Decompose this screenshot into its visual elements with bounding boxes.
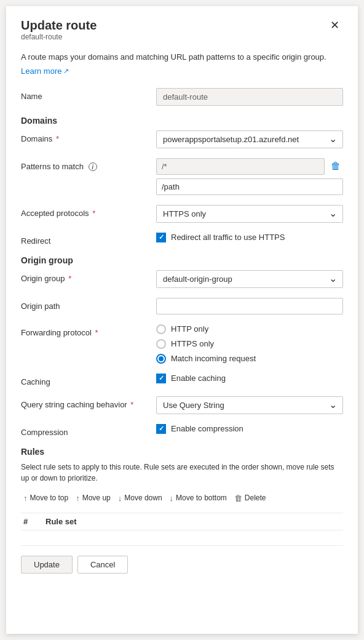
name-label: Name <box>21 88 156 101</box>
name-row: Name <box>21 88 343 106</box>
learn-more-link[interactable]: Learn more ↗ <box>21 66 69 76</box>
panel-header: Update route default-route ✕ <box>21 18 343 49</box>
forwarding-http-row: HTTP only <box>156 324 343 334</box>
rules-table: # Rule set <box>21 513 343 530</box>
origin-section-header: Origin group <box>21 255 343 265</box>
redirect-checkbox-label: Redirect all traffic to use HTTPS <box>171 233 285 242</box>
redirect-checkbox-row: ✓ Redirect all traffic to use HTTPS <box>156 233 343 242</box>
move-up-button[interactable]: ↑ Move up <box>73 491 113 505</box>
description-text: A route maps your domains and matching U… <box>21 51 343 63</box>
query-string-area: Use Query StringIgnore Query StringIgnor… <box>156 396 343 414</box>
protocols-row: Accepted protocols * HTTP onlyHTTPS only… <box>21 205 343 223</box>
query-string-row: Query string caching behavior * Use Quer… <box>21 396 343 414</box>
panel-subtitle: default-route <box>21 33 97 41</box>
origin-path-area <box>156 298 343 314</box>
caching-row: Caching ✓ Enable caching <box>21 374 343 386</box>
forwarding-match-label: Match incoming request <box>171 354 256 363</box>
pattern-container: 🗑 <box>156 158 343 195</box>
update-button[interactable]: Update <box>21 556 73 574</box>
compression-row: Compression ✓ Enable compression <box>21 424 343 437</box>
patterns-info-icon[interactable]: i <box>89 162 97 171</box>
domains-required: * <box>56 134 59 143</box>
forwarding-https-radio[interactable] <box>156 339 166 349</box>
origin-group-select[interactable]: default-origin-group <box>156 270 343 288</box>
delete-rule-button[interactable]: 🗑 Delete <box>232 491 269 505</box>
move-to-bottom-icon: ↓ <box>170 494 174 503</box>
domains-label: Domains * <box>21 130 156 143</box>
enable-compression-label: Enable compression <box>171 424 243 433</box>
origin-group-select-wrapper: default-origin-group <box>156 270 343 288</box>
update-route-panel: Update route default-route ✕ A route map… <box>6 6 358 634</box>
forwarding-match-row: Match incoming request <box>156 354 343 364</box>
redirect-checkbox[interactable]: ✓ <box>156 233 166 242</box>
compression-area: ✓ Enable compression <box>156 424 343 434</box>
redirect-area: ✓ Redirect all traffic to use HTTPS <box>156 233 343 242</box>
caching-area: ✓ Enable caching <box>156 374 343 383</box>
redirect-checkmark: ✓ <box>159 233 164 241</box>
cancel-button[interactable]: Cancel <box>77 556 128 574</box>
move-to-top-icon: ↑ <box>23 494 28 503</box>
enable-compression-checkmark: ✓ <box>159 425 164 433</box>
name-input[interactable] <box>156 88 343 106</box>
forwarding-http-radio[interactable] <box>156 324 166 334</box>
origin-path-row: Origin path <box>21 298 343 314</box>
panel-footer: Update Cancel <box>21 545 343 574</box>
compression-label: Compression <box>21 424 156 437</box>
domains-select-wrapper: powerappsportalsetup.z01.azurefd.net <box>156 130 343 148</box>
redirect-row: Redirect ✓ Redirect all traffic to use H… <box>21 233 343 246</box>
query-string-select-wrapper: Use Query StringIgnore Query StringIgnor… <box>156 396 343 414</box>
protocols-select-wrapper: HTTP onlyHTTPS onlyHTTP or HTTPS <box>156 205 343 223</box>
external-link-icon: ↗ <box>63 67 69 75</box>
origin-group-row: Origin group * default-origin-group <box>21 270 343 288</box>
enable-compression-checkbox[interactable]: ✓ <box>156 424 166 434</box>
forwarding-label: Forwarding protocol * <box>21 324 156 337</box>
pattern-row-2 <box>156 178 343 195</box>
caching-label: Caching <box>21 374 156 386</box>
rules-table-header: # Rule set <box>21 513 343 530</box>
enable-caching-checkbox[interactable]: ✓ <box>156 374 166 383</box>
move-to-bottom-button[interactable]: ↓ Move to bottom <box>167 491 229 505</box>
origin-path-input[interactable] <box>156 298 343 314</box>
patterns-area: 🗑 <box>156 158 343 195</box>
rules-section-header: Rules <box>21 447 343 457</box>
query-string-required: * <box>130 400 133 409</box>
pattern-input-1[interactable] <box>156 158 325 175</box>
col-num-header: # <box>21 517 46 526</box>
move-to-top-button[interactable]: ↑ Move to top <box>21 491 71 505</box>
move-down-button[interactable]: ↓ Move down <box>116 491 165 505</box>
delete-rule-icon: 🗑 <box>234 494 242 503</box>
name-field-area <box>156 88 343 106</box>
origin-path-label: Origin path <box>21 298 156 311</box>
origin-group-label: Origin group * <box>21 270 156 283</box>
forwarding-https-label: HTTPS only <box>171 339 214 348</box>
forwarding-https-row: HTTPS only <box>156 339 343 349</box>
rules-section: Rules Select rule sets to apply to this … <box>21 447 343 530</box>
protocols-label: Accepted protocols * <box>21 205 156 218</box>
protocols-field-area: HTTP onlyHTTPS onlyHTTP or HTTPS <box>156 205 343 223</box>
patterns-row: Patterns to match i 🗑 <box>21 158 343 195</box>
forwarding-match-radio[interactable] <box>156 354 166 364</box>
rules-toolbar: ↑ Move to top ↑ Move up ↓ Move down ↓ Mo… <box>21 491 343 505</box>
pattern-input-2[interactable] <box>156 178 343 195</box>
enable-caching-row: ✓ Enable caching <box>156 374 343 383</box>
redirect-label: Redirect <box>21 233 156 246</box>
enable-caching-label: Enable caching <box>171 374 226 383</box>
col-rule-set-header: Rule set <box>46 517 343 526</box>
header-titles: Update route default-route <box>21 18 97 49</box>
move-down-icon: ↓ <box>118 494 122 503</box>
close-button[interactable]: ✕ <box>326 18 343 32</box>
domains-section-header: Domains <box>21 116 343 126</box>
domains-select[interactable]: powerappsportalsetup.z01.azurefd.net <box>156 130 343 148</box>
query-string-select[interactable]: Use Query StringIgnore Query StringIgnor… <box>156 396 343 414</box>
protocols-select[interactable]: HTTP onlyHTTPS onlyHTTP or HTTPS <box>156 205 343 223</box>
patterns-label: Patterns to match i <box>21 158 156 172</box>
panel-title: Update route <box>21 18 97 33</box>
enable-caching-checkmark: ✓ <box>159 374 164 382</box>
domains-field-area: powerappsportalsetup.z01.azurefd.net <box>156 130 343 148</box>
protocols-required: * <box>92 209 95 218</box>
delete-pattern-1-button[interactable]: 🗑 <box>328 159 343 173</box>
pattern-row-1: 🗑 <box>156 158 343 175</box>
origin-group-required: * <box>68 274 71 283</box>
rules-description: Select rule sets to apply to this route.… <box>21 462 343 484</box>
move-up-icon: ↑ <box>76 494 80 503</box>
